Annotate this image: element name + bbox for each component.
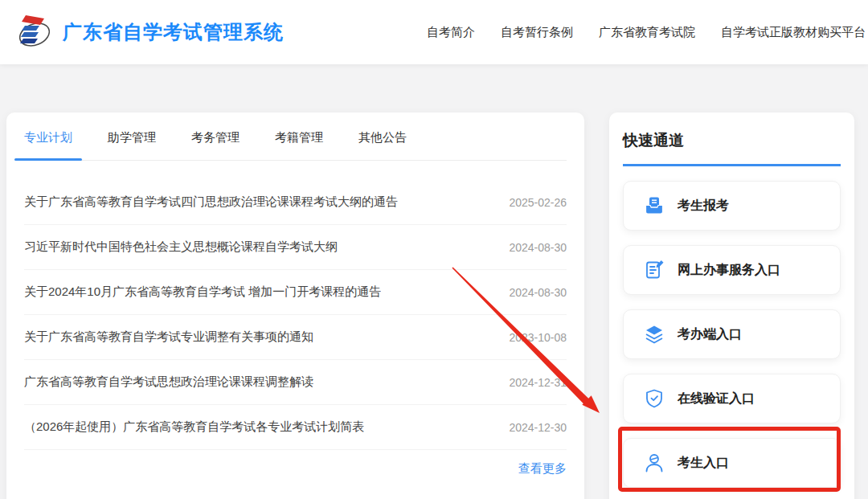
inbox-icon	[644, 195, 665, 216]
quick-channel-title: 快速通道	[623, 112, 841, 151]
announcement-date: 2025-02-26	[509, 196, 567, 209]
nav-item-regulations[interactable]: 自考暂行条例	[501, 25, 573, 40]
quick-link-label: 考生报考	[678, 198, 729, 215]
gd-selfstudy-logo-icon	[18, 13, 51, 51]
header: 广东省自学考试管理系统 自考简介 自考暂行条例 广东省教育考试院 自学考试正版教…	[0, 0, 868, 64]
view-more-link[interactable]: 查看更多	[518, 461, 567, 477]
announcement-date: 2023-10-08	[509, 331, 567, 344]
quick-link-exam-office[interactable]: 考办端入口	[623, 309, 841, 359]
tab-major-plan[interactable]: 专业计划	[24, 130, 72, 160]
quick-link-label: 考生入口	[678, 455, 729, 472]
announcement-tabs: 专业计划 助学管理 考务管理 考籍管理 其他公告	[24, 112, 567, 161]
announcement-title[interactable]: 习近平新时代中国特色社会主义思想概论课程自学考试大纲	[24, 239, 338, 255]
quick-link-candidate-entrance[interactable]: 考生入口	[623, 438, 841, 488]
quick-link-online-verification[interactable]: 在线验证入口	[623, 374, 841, 423]
shield-check-icon	[644, 388, 665, 409]
nav-item-exam-authority[interactable]: 广东省教育考试院	[599, 25, 695, 40]
announcement-date: 2024-12-31	[509, 376, 567, 389]
announcement-list: 关于广东省高等教育自学考试四门思想政治理论课课程考试大纲的通告 2025-02-…	[24, 161, 567, 487]
quick-link-online-services[interactable]: 网上办事服务入口	[623, 245, 841, 295]
tab-exam-records[interactable]: 考籍管理	[275, 130, 323, 160]
announcement-date: 2024-08-30	[509, 241, 567, 254]
nav-item-intro[interactable]: 自考简介	[427, 25, 475, 40]
layers-icon	[644, 324, 665, 345]
document-edit-icon	[644, 260, 665, 280]
announcement-title[interactable]: 关于广东省高等教育自学考试专业调整有关事项的通知	[24, 329, 313, 345]
announcement-title[interactable]: （2026年起使用）广东省高等教育自学考试各专业考试计划简表	[24, 419, 364, 435]
quick-link-label: 考办端入口	[678, 326, 742, 343]
announcement-row[interactable]: 关于广东省高等教育自学考试专业调整有关事项的通知 2023-10-08	[24, 315, 567, 360]
quick-channel-title-underline	[623, 164, 841, 166]
quick-link-label: 网上办事服务入口	[678, 262, 780, 279]
announcement-date: 2024-12-30	[509, 421, 567, 434]
tab-exam-affairs[interactable]: 考务管理	[191, 130, 240, 160]
announcement-title[interactable]: 关于广东省高等教育自学考试四门思想政治理论课课程考试大纲的通告	[24, 194, 398, 210]
tab-study-aid[interactable]: 助学管理	[108, 130, 156, 160]
user-icon	[644, 452, 665, 473]
announcement-row[interactable]: 关于2024年10月广东省高等教育自学考试 增加一门开考课程的通告 2024-0…	[24, 270, 567, 315]
more-row: 查看更多	[24, 450, 567, 487]
quick-channel-panel: 快速通道 考生报考 网上办事服务入口 考办端入口	[609, 112, 854, 499]
page-title: 广东省自学考试管理系统	[63, 19, 284, 45]
announcement-row[interactable]: 关于广东省高等教育自学考试四门思想政治理论课课程考试大纲的通告 2025-02-…	[24, 180, 567, 225]
top-nav: 自考简介 自考暂行条例 广东省教育考试院 自学考试正版教材购买平台	[427, 25, 868, 40]
announcement-title[interactable]: 广东省高等教育自学考试思想政治理论课课程调整解读	[24, 374, 313, 390]
announcement-row[interactable]: （2026年起使用）广东省高等教育自学考试各专业考试计划简表 2024-12-3…	[24, 405, 567, 450]
announcement-date: 2024-08-30	[509, 286, 567, 299]
tab-other-notices[interactable]: 其他公告	[358, 130, 407, 160]
quick-link-candidate-registration[interactable]: 考生报考	[623, 181, 841, 231]
quick-link-label: 在线验证入口	[678, 391, 755, 407]
announcement-row[interactable]: 习近平新时代中国特色社会主义思想概论课程自学考试大纲 2024-08-30	[24, 225, 567, 270]
announcement-title[interactable]: 关于2024年10月广东省高等教育自学考试 增加一门开考课程的通告	[24, 284, 381, 300]
nav-item-textbook-platform[interactable]: 自学考试正版教材购买平台	[721, 25, 866, 40]
announcements-panel: 专业计划 助学管理 考务管理 考籍管理 其他公告 关于广东省高等教育自学考试四门…	[6, 112, 584, 499]
announcement-row[interactable]: 广东省高等教育自学考试思想政治理论课课程调整解读 2024-12-31	[24, 360, 567, 405]
